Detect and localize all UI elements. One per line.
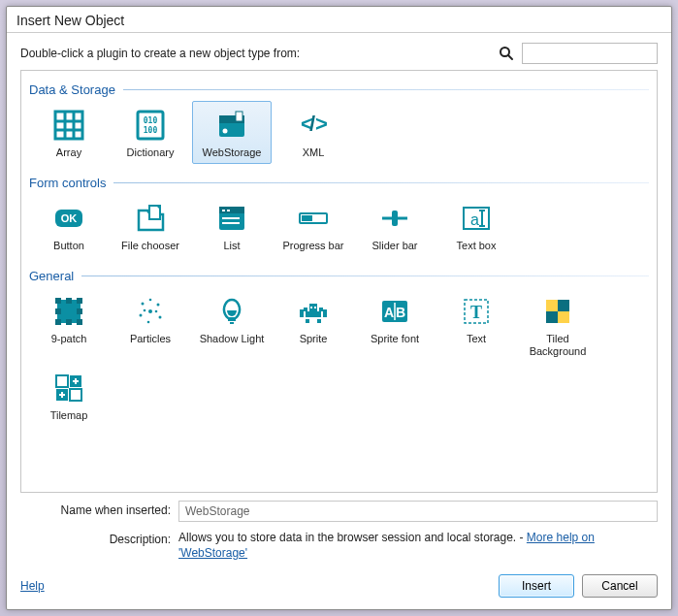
sprite-icon [276, 294, 350, 329]
tiledbg-icon [521, 294, 595, 329]
plugin-item-ninepatch[interactable]: 9-patch [29, 287, 109, 362]
plugin-list[interactable]: Data & StorageArrayDictionaryWebStorageX… [21, 71, 657, 492]
cancel-button[interactable]: Cancel [582, 574, 658, 598]
plugin-label: XML [276, 146, 350, 159]
plugin-label: Text box [439, 240, 513, 252]
spritefont-icon [358, 294, 432, 329]
plugin-label-2: Background [521, 345, 595, 357]
plugin-item-sprite[interactable]: Sprite [274, 287, 353, 362]
progressbar-icon [276, 201, 350, 236]
webstorage-icon [195, 108, 269, 143]
plugin-item-dictionary[interactable]: Dictionary [111, 101, 190, 164]
plugin-item-tiledbg[interactable]: TiledBackground [518, 287, 597, 362]
name-input[interactable] [178, 501, 658, 522]
tilemap-icon [32, 371, 106, 405]
plugin-item-progressbar[interactable]: Progress bar [274, 194, 353, 257]
dictionary-icon [113, 108, 187, 143]
plugin-label: 9-patch [32, 333, 106, 345]
plugin-label: Text [439, 333, 513, 345]
plugin-item-spritefont[interactable]: Sprite font [355, 287, 435, 362]
plugin-item-text[interactable]: Text [436, 287, 516, 362]
instruction-label: Double-click a plugin to create a new ob… [20, 47, 491, 60]
search-icon [499, 46, 514, 61]
group-header: Data & Storage [29, 82, 649, 97]
description-text: Allows you to store data in the browser … [178, 530, 658, 561]
array-icon [32, 108, 106, 143]
plugin-item-xml[interactable]: XML [274, 101, 353, 164]
description-label: Description: [20, 530, 171, 546]
xml-icon [276, 108, 350, 143]
plugin-item-sliderbar[interactable]: Slider bar [355, 194, 435, 257]
group-title: Data & Storage [29, 82, 115, 97]
group-title: Form controls [29, 176, 106, 190]
group-header: General [29, 269, 649, 283]
plugin-item-textbox[interactable]: Text box [436, 194, 516, 257]
list-icon [195, 201, 269, 236]
dialog-window: Insert New Object Double-click a plugin … [6, 6, 672, 610]
plugin-label: File chooser [113, 240, 187, 252]
dialog-content: Double-click a plugin to create a new ob… [7, 33, 671, 568]
particles-icon [113, 294, 187, 329]
group-title: General [29, 269, 74, 283]
plugin-item-webstorage[interactable]: WebStorage [192, 101, 272, 164]
plugin-item-tilemap[interactable]: Tilemap [29, 364, 109, 427]
plugin-label: Button [32, 240, 106, 252]
group-items: ArrayDictionaryWebStorageXML [29, 101, 649, 164]
plugin-label: Sprite [276, 333, 350, 345]
name-field-label: Name when inserted: [20, 501, 171, 517]
plugin-item-particles[interactable]: Particles [111, 287, 190, 362]
filechooser-icon [113, 201, 187, 236]
sliderbar-icon [358, 201, 432, 236]
plugin-label: WebStorage [195, 146, 269, 159]
ninepatch-icon [32, 294, 106, 329]
plugin-item-list[interactable]: List [192, 194, 272, 257]
svg-line-81 [508, 55, 512, 59]
bottom-panel: Name when inserted: Description: Allows … [20, 493, 658, 561]
text-icon [439, 294, 513, 329]
plugin-label: Progress bar [276, 240, 350, 252]
window-title: Insert New Object [7, 7, 671, 33]
help-link[interactable]: Help [20, 579, 45, 593]
plugin-label: Slider bar [358, 240, 432, 252]
insert-button[interactable]: Insert [499, 574, 574, 598]
plugin-item-filechooser[interactable]: File chooser [111, 194, 190, 257]
description-body: Allows you to store data in the browser … [178, 531, 527, 544]
plugin-label: Particles [113, 333, 187, 345]
shadowlight-icon [195, 294, 269, 329]
plugin-label: Sprite font [358, 333, 432, 345]
search-input[interactable] [522, 43, 658, 64]
group-header: Form controls [29, 176, 649, 190]
plugin-item-button[interactable]: Button [29, 194, 109, 257]
plugin-label: List [195, 240, 269, 252]
button-icon [32, 201, 106, 236]
top-row: Double-click a plugin to create a new ob… [20, 43, 658, 64]
group-items: 9-patchParticlesShadow LightSpriteSprite… [29, 287, 649, 427]
dialog-footer: Help Insert Cancel [7, 568, 671, 609]
plugin-item-shadowlight[interactable]: Shadow Light [192, 287, 272, 362]
group-items: ButtonFile chooserListProgress barSlider… [29, 194, 649, 257]
plugin-label: Array [32, 146, 106, 159]
plugin-label: Tiled [521, 333, 595, 345]
plugin-label: Shadow Light [195, 333, 269, 345]
plugin-label: Tilemap [32, 409, 106, 422]
textbox-icon [439, 201, 513, 236]
plugin-item-array[interactable]: Array [29, 101, 109, 164]
plugin-list-frame: Data & StorageArrayDictionaryWebStorageX… [20, 70, 658, 493]
plugin-label: Dictionary [113, 146, 187, 159]
